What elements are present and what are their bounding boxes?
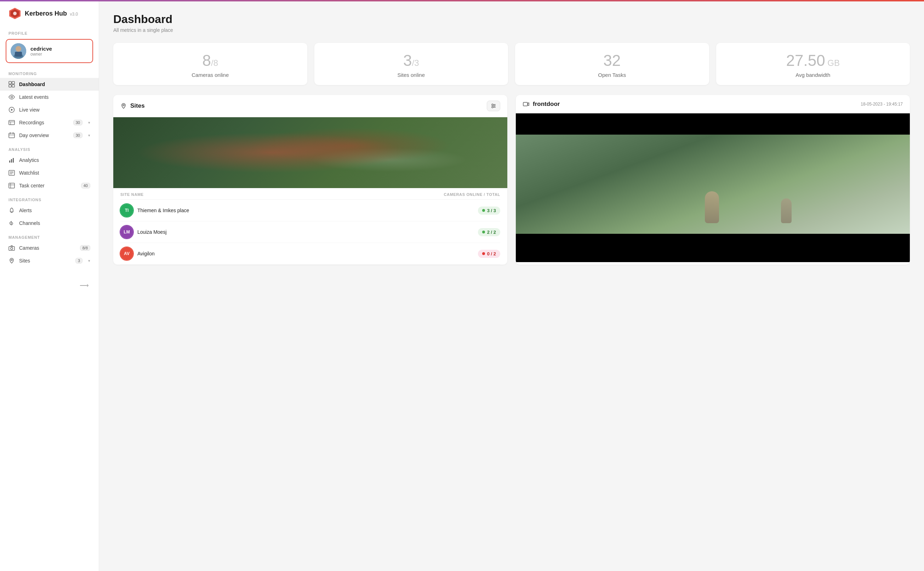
svg-point-39 <box>492 104 493 105</box>
profile-role: owner <box>31 52 88 57</box>
location-icon <box>9 258 15 264</box>
site-row[interactable]: TI Thiemen & Imkes place 3 / 3 <box>120 200 500 221</box>
site-name: Avigilon <box>137 251 474 256</box>
metric-card-sites: 3/3 Sites online <box>314 43 508 85</box>
metric-value-tasks: 32 <box>603 53 621 68</box>
svg-point-35 <box>123 105 124 106</box>
metric-value-bandwidth: 27.50 GB <box>786 53 840 68</box>
site-avatar-lm: LM <box>120 225 133 238</box>
sidebar-item-task-center[interactable]: Task center 40 <box>0 179 99 192</box>
sidebar-item-day-overview[interactable]: Day overview 30 ▾ <box>0 129 99 142</box>
eye-icon <box>9 94 15 100</box>
page-subtitle: All metrics in a single place <box>113 27 910 33</box>
main-content: Dashboard All metrics in a single place … <box>99 0 924 571</box>
profile-info: cedricve owner <box>31 46 88 57</box>
task-icon <box>9 182 15 189</box>
map-overlay <box>113 117 507 188</box>
chevron-down-icon: ▾ <box>88 259 90 263</box>
metric-value-cameras: 8/8 <box>202 53 219 68</box>
sidebar-item-label: Latest events <box>19 94 48 100</box>
filter-button[interactable] <box>487 100 500 111</box>
sidebar-item-sites[interactable]: Sites 3 ▾ <box>0 254 99 267</box>
avatar-image <box>11 43 26 59</box>
day-overview-badge: 30 <box>73 133 83 138</box>
svg-point-41 <box>492 106 493 108</box>
svg-rect-10 <box>12 85 14 87</box>
metric-card-cameras: 8/8 Cameras online <box>113 43 307 85</box>
site-name: Thiemen & Imkes place <box>137 208 474 213</box>
svg-point-2 <box>13 12 17 15</box>
camera-feed <box>516 113 910 262</box>
sidebar-item-dashboard[interactable]: Dashboard <box>0 78 99 91</box>
sidebar-item-alerts[interactable]: Alerts <box>0 204 99 217</box>
site-name: Louiza Moesj <box>137 229 474 235</box>
sidebar-item-analytics[interactable]: Analytics <box>0 154 99 167</box>
svg-rect-32 <box>9 247 14 250</box>
svg-point-40 <box>493 105 495 106</box>
metric-label-tasks: Open Tasks <box>598 72 626 78</box>
sidebar-item-label: Alerts <box>19 208 32 213</box>
metric-value-sites: 3/3 <box>403 53 419 68</box>
sidebar-item-recordings[interactable]: Recordings 30 ▾ <box>0 116 99 129</box>
svg-rect-42 <box>523 102 528 106</box>
sites-table-header: SITE NAME CAMERAS ONLINE / TOTAL <box>120 188 500 200</box>
sidebar-item-watchlist[interactable]: Watchlist <box>0 167 99 179</box>
sidebar-item-label: Live view <box>19 107 40 113</box>
sidebar-item-latest-events[interactable]: Latest events <box>0 91 99 103</box>
sites-table: SITE NAME CAMERAS ONLINE / TOTAL TI Thie… <box>113 188 507 265</box>
camera-icon <box>9 245 15 251</box>
svg-rect-22 <box>11 159 12 163</box>
avatar <box>11 43 26 59</box>
chevron-down-icon: ▾ <box>88 120 90 125</box>
logout-button[interactable]: ⟶ <box>80 282 89 289</box>
sites-badge: 3 <box>75 258 83 264</box>
status-dot <box>482 209 485 212</box>
profile-box[interactable]: cedricve owner <box>6 39 93 63</box>
site-row[interactable]: AV Avigilon 0 / 2 <box>120 243 500 265</box>
col-site-name: SITE NAME <box>120 192 144 197</box>
sidebar-item-cameras[interactable]: Cameras 8/8 <box>0 242 99 254</box>
sidebar-item-label: Recordings <box>19 120 44 125</box>
page-title: Dashboard <box>113 13 910 26</box>
sites-panel: Sites <box>113 95 507 265</box>
profile-section-label: PROFILE <box>0 26 99 37</box>
camera-status-badge: 3 / 3 <box>478 207 500 215</box>
status-dot <box>482 231 485 233</box>
site-row[interactable]: LM Louiza Moesj 2 / 2 <box>120 221 500 243</box>
integrations-section-label: INTEGRATIONS <box>0 192 99 204</box>
svg-rect-14 <box>9 120 14 125</box>
metric-label-cameras: Cameras online <box>191 72 229 78</box>
sites-title-row: Sites <box>120 102 145 110</box>
site-avatar-ti: TI <box>120 204 133 217</box>
play-circle-icon <box>9 106 15 113</box>
feed-bottom-black <box>516 234 910 262</box>
svg-rect-7 <box>9 82 11 84</box>
location-panel-icon <box>120 103 127 109</box>
calendar-icon <box>9 132 15 139</box>
metric-label-sites: Sites online <box>397 72 425 78</box>
svg-rect-21 <box>9 160 10 163</box>
svg-marker-31 <box>10 221 11 225</box>
cameras-badge: 8/8 <box>80 245 90 251</box>
feed-middle <box>516 134 910 234</box>
app-logo: Kerberos Hub v3.0 <box>0 0 99 26</box>
svg-rect-9 <box>9 85 11 87</box>
sidebar-item-label: Cameras <box>19 245 39 251</box>
sidebar-item-live-view[interactable]: Live view <box>0 103 99 116</box>
feed-top-black <box>516 113 910 134</box>
sidebar-item-channels[interactable]: Channels <box>0 217 99 230</box>
monitoring-section-label: MONITORING <box>0 66 99 78</box>
svg-point-34 <box>11 259 12 261</box>
analysis-section-label: ANALYSIS <box>0 142 99 154</box>
sidebar-item-label: Analytics <box>19 157 39 163</box>
table-icon <box>9 119 15 126</box>
status-dot-offline <box>482 252 485 255</box>
svg-point-4 <box>15 46 21 52</box>
svg-point-11 <box>11 96 13 98</box>
sidebar-item-label: Task center <box>19 183 45 188</box>
camera-timestamp: 18-05-2023 - 19:45:17 <box>861 102 903 106</box>
svg-rect-8 <box>12 82 14 84</box>
sidebar-item-label: Day overview <box>19 133 49 138</box>
svg-rect-17 <box>9 133 14 138</box>
svg-rect-23 <box>13 158 14 163</box>
